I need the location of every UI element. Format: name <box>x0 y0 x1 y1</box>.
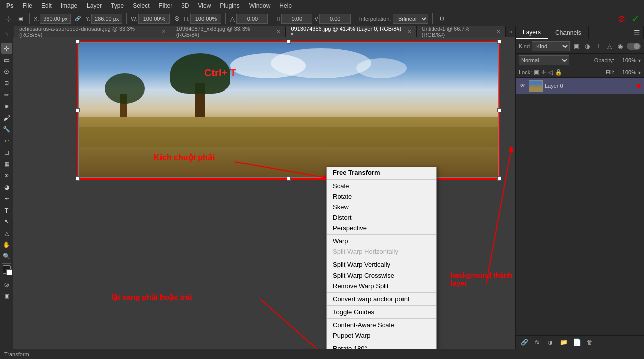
eraser-tool[interactable]: ◻ <box>1 147 12 158</box>
zoom-tool[interactable]: 🔍 <box>1 251 12 262</box>
filter-smart-icon[interactable]: ◉ <box>616 42 625 51</box>
warp-icon[interactable]: ⊡ <box>437 14 447 24</box>
canvas-content[interactable]: Ctrl+ T Kích chuột phải lật sang phải ho… <box>13 37 515 349</box>
h-input[interactable] <box>190 14 221 24</box>
history-brush-tool[interactable]: ↩ <box>1 135 12 146</box>
cancel-transform-button[interactable]: ⊘ <box>616 13 627 24</box>
ctx-rotate-180[interactable]: Rotate 180° <box>327 343 436 349</box>
panel-menu-icon[interactable]: ☰ <box>631 26 644 39</box>
eyedropper-tool[interactable]: ✏ <box>1 89 12 100</box>
home-tool[interactable]: ⌂ <box>1 28 12 39</box>
filter-toggle[interactable] <box>627 43 641 50</box>
selection-tool[interactable]: ▭ <box>1 54 12 65</box>
layer-item-0[interactable]: 👁 Layer 0 <box>516 78 644 94</box>
window-menu[interactable]: Window <box>245 1 275 10</box>
move-tool[interactable]: ✛ <box>1 43 12 54</box>
tab-untitled[interactable]: Untitled-1 @ 66.7% (RGB/8#) ✕ <box>417 26 506 37</box>
filter-adjustment-icon[interactable]: ◑ <box>583 42 592 51</box>
new-group-button[interactable]: 📁 <box>558 338 569 347</box>
ps-menu[interactable]: Ps <box>2 1 18 10</box>
ctx-split-warp-c[interactable]: Split Warp Crosswise <box>327 270 436 281</box>
new-layer-button[interactable]: 📄 <box>571 338 582 347</box>
quick-mask-tool[interactable]: ◎ <box>1 279 12 290</box>
ctx-remove-warp-split[interactable]: Remove Warp Split <box>327 281 436 291</box>
ctx-distort[interactable]: Distort <box>327 212 436 223</box>
ctx-skew[interactable]: Skew <box>327 202 436 212</box>
fill-arrow[interactable]: ▾ <box>638 70 641 75</box>
screen-mode-tool[interactable]: ▣ <box>1 290 12 301</box>
tab-close-active[interactable]: ✕ <box>407 29 411 34</box>
pen-tool[interactable]: ✒ <box>1 193 12 204</box>
delete-layer-button[interactable]: 🗑 <box>584 338 595 347</box>
tab-close-untitled[interactable]: ✕ <box>496 29 500 34</box>
type-menu[interactable]: Type <box>107 1 128 10</box>
layer-menu[interactable]: Layer <box>83 1 106 10</box>
confirm-transform-button[interactable]: ✓ <box>630 13 641 24</box>
blend-mode-select[interactable]: Normal <box>519 55 569 65</box>
path-select-tool[interactable]: ↖ <box>1 216 12 227</box>
3d-menu[interactable]: 3D <box>177 1 193 10</box>
tab-109640873[interactable]: 109640873_xxl3.jpg @ 33.3% (RGB/8#) ✕ <box>171 26 286 37</box>
move-tool-icon[interactable]: ⊹ <box>3 14 13 24</box>
image-menu[interactable]: Image <box>57 1 82 10</box>
angle-input[interactable] <box>236 14 268 24</box>
tab-close-dinosaur[interactable]: ✕ <box>162 29 166 34</box>
select-menu[interactable]: Select <box>129 1 153 10</box>
ctx-scale[interactable]: Scale <box>327 181 436 191</box>
lock-pixels-icon[interactable]: ▣ <box>534 69 539 76</box>
ctx-convert-warp[interactable]: Convert warp anchor point <box>327 294 436 304</box>
hskew-input[interactable] <box>281 14 312 24</box>
auto-select-icon[interactable]: ▣ <box>15 14 25 24</box>
tab-close-109640873[interactable]: ✕ <box>276 29 280 34</box>
tab-scroll-arrow[interactable]: » <box>506 28 515 35</box>
shape-tool[interactable]: △ <box>1 228 12 239</box>
view-menu[interactable]: View <box>194 1 215 10</box>
layer-visibility-0[interactable]: 👁 <box>519 82 527 90</box>
tab-channels[interactable]: Channels <box>548 26 589 39</box>
hand-tool[interactable]: ✋ <box>1 239 12 250</box>
ctx-perspective[interactable]: Perspective <box>327 223 436 233</box>
crop-tool[interactable]: ⊡ <box>1 77 12 88</box>
y-input[interactable] <box>91 14 122 24</box>
text-tool[interactable]: T <box>1 205 12 216</box>
ctx-warp[interactable]: Warp <box>327 236 436 246</box>
clone-tool[interactable]: 🔧 <box>1 124 12 135</box>
filter-menu[interactable]: Filter <box>154 1 176 10</box>
filter-pixel-icon[interactable]: ▣ <box>572 42 581 51</box>
filter-text-icon[interactable]: T <box>594 42 603 51</box>
ctx-rotate[interactable]: Rotate <box>327 191 436 202</box>
gradient-tool[interactable]: ▦ <box>1 158 12 169</box>
link-xy-icon[interactable]: 🔗 <box>73 14 83 24</box>
plugins-menu[interactable]: Plugins <box>216 1 244 10</box>
link-wh-icon[interactable]: ⛓ <box>172 14 182 24</box>
vskew-input[interactable] <box>319 14 351 24</box>
ctx-split-warp-v[interactable]: Split Warp Vertically <box>327 259 436 270</box>
help-menu[interactable]: Help <box>275 1 296 10</box>
opacity-arrow[interactable]: ▾ <box>638 58 641 63</box>
heal-tool[interactable]: ⊕ <box>1 101 12 112</box>
ctx-toggle-guides[interactable]: Toggle Guides <box>327 307 436 317</box>
interpolation-select[interactable]: Bilinear <box>393 14 428 24</box>
tab-active[interactable]: 0913074356.jpg @ 41.4% (Layer 0, RGB/8#)… <box>286 26 416 37</box>
blur-tool[interactable]: ⊛ <box>1 170 12 181</box>
lasso-tool[interactable]: ⊙ <box>1 66 12 77</box>
edit-menu[interactable]: Edit <box>37 1 56 10</box>
tab-layers[interactable]: Layers <box>516 26 548 39</box>
lock-all-icon[interactable]: 🔒 <box>555 69 562 76</box>
ctx-puppet-warp[interactable]: Puppet Warp <box>327 330 436 341</box>
w-input[interactable] <box>138 14 170 24</box>
ctx-free-transform[interactable]: Free Transform <box>327 167 436 178</box>
dodge-tool[interactable]: ◕ <box>1 182 12 193</box>
x-input[interactable] <box>40 14 71 24</box>
foreground-color[interactable] <box>3 265 11 274</box>
kind-dropdown[interactable]: Kind <box>532 41 570 51</box>
fx-button[interactable]: fx <box>532 338 543 347</box>
tab-dinosaur[interactable]: achiosaurus-a-sauropod-dinosaur.jpg @ 33… <box>14 26 171 37</box>
lock-position-icon[interactable]: ✛ <box>541 69 546 76</box>
link-layers-button[interactable]: 🔗 <box>519 338 530 347</box>
filter-shape-icon[interactable]: △ <box>605 42 614 51</box>
ctx-content-aware-scale[interactable]: Content-Aware Scale <box>327 320 436 330</box>
new-fill-layer-button[interactable]: ◑ <box>545 338 556 347</box>
file-menu[interactable]: File <box>19 1 36 10</box>
brush-tool[interactable]: 🖌 <box>1 112 12 123</box>
